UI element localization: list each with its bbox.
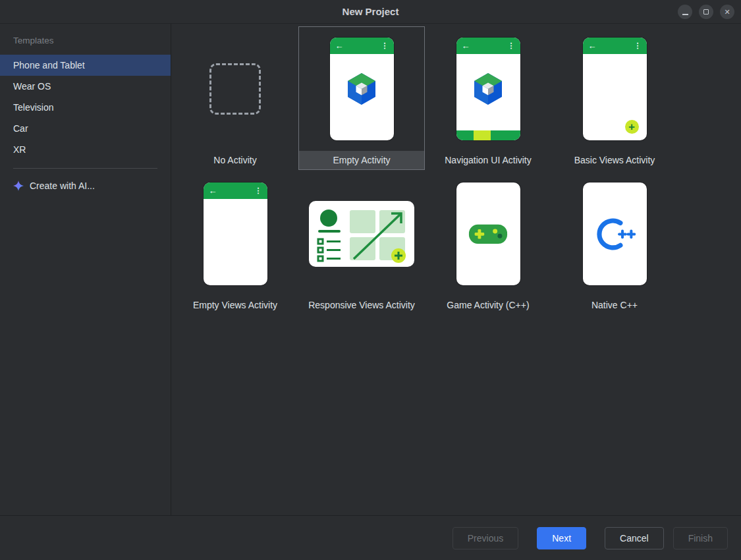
template-card-game-activity-cpp[interactable]: Game Activity (C++) — [425, 171, 551, 315]
sidebar-item-label: Phone and Tablet — [13, 60, 85, 70]
responsive-layout-icon — [309, 201, 414, 267]
overflow-menu-icon: ⋮ — [508, 42, 515, 49]
overflow-menu-icon: ⋮ — [634, 42, 642, 49]
sidebar-header: Templates — [0, 36, 171, 45]
overflow-menu-icon: ⋮ — [381, 42, 389, 49]
cancel-button[interactable]: Cancel — [605, 527, 664, 549]
sidebar-item-label: Wear OS — [13, 81, 51, 92]
bottom-nav-active-tab — [474, 130, 491, 140]
maximize-icon — [703, 9, 709, 14]
cpp-logo-icon — [593, 215, 636, 253]
template-label: Game Activity (C++) — [425, 296, 551, 314]
template-label: No Activity — [173, 151, 298, 169]
sidebar-item-car[interactable]: Car — [0, 118, 171, 139]
template-grid: No Activity ←⋮ — [172, 26, 741, 315]
no-activity-icon — [209, 63, 261, 115]
back-arrow-icon: ← — [588, 42, 597, 50]
window-title: New Project — [343, 6, 399, 17]
template-label: Empty Activity — [299, 151, 424, 169]
minimize-icon — [682, 14, 688, 15]
sidebar-item-phone-and-tablet[interactable]: Phone and Tablet — [0, 55, 171, 76]
back-arrow-icon: ← — [209, 186, 217, 195]
finish-button[interactable]: Finish — [673, 527, 728, 549]
app-bar: ←⋮ — [330, 38, 394, 54]
new-project-dialog: New Project ✕ Templates Phone and Tablet… — [0, 0, 741, 560]
jetpack-compose-logo-icon — [470, 70, 507, 107]
close-button[interactable]: ✕ — [720, 5, 734, 19]
sidebar-item-label: Car — [13, 123, 28, 134]
phone-mockup: ←⋮ — [456, 38, 520, 140]
template-card-basic-views-activity[interactable]: ←⋮ + Basic Views Activity — [551, 26, 678, 170]
sidebar-item-television[interactable]: Television — [0, 97, 171, 118]
phone-mockup: ←⋮ — [204, 182, 267, 285]
templates-sidebar: Templates Phone and Tablet Wear OS Telev… — [0, 24, 171, 515]
template-card-responsive-views-activity[interactable]: Responsive Views Activity — [298, 171, 425, 315]
template-label: Empty Views Activity — [173, 296, 298, 314]
create-with-ai-label: Create with AI... — [30, 181, 95, 191]
previous-button[interactable]: Previous — [453, 527, 518, 549]
dialog-content: Templates Phone and Tablet Wear OS Telev… — [0, 24, 741, 515]
sidebar-item-xr[interactable]: XR — [0, 139, 171, 160]
phone-mockup — [583, 182, 647, 285]
gamepad-icon — [468, 221, 508, 248]
template-card-empty-views-activity[interactable]: ←⋮ Empty Views Activity — [172, 171, 298, 315]
fab-plus-icon: + — [625, 120, 639, 134]
sidebar-item-wear-os[interactable]: Wear OS — [0, 76, 171, 97]
sidebar-divider — [13, 168, 157, 169]
create-with-ai-item[interactable]: Create with AI... — [0, 175, 171, 196]
phone-mockup: ←⋮ + — [583, 38, 647, 140]
app-bar: ←⋮ — [204, 182, 267, 199]
next-button[interactable]: Next — [537, 527, 586, 549]
template-card-navigation-ui-activity[interactable]: ←⋮ Navigation UI Ac — [425, 26, 551, 170]
minimize-button[interactable] — [678, 5, 692, 19]
ai-sparkle-icon — [13, 181, 24, 191]
template-card-empty-activity[interactable]: ←⋮ Empty Activity — [298, 26, 425, 170]
template-label: Responsive Views Activity — [299, 296, 424, 314]
template-label: Navigation UI Activity — [425, 151, 551, 169]
bottom-nav-bar — [456, 130, 520, 140]
back-arrow-icon: ← — [335, 42, 344, 50]
app-bar: ←⋮ — [456, 38, 520, 54]
back-arrow-icon: ← — [462, 42, 470, 50]
template-card-native-cpp[interactable]: Native C++ — [551, 171, 678, 315]
template-label: Basic Views Activity — [552, 151, 677, 169]
sidebar-item-label: XR — [13, 144, 26, 155]
close-icon: ✕ — [724, 9, 730, 16]
template-label: Native C++ — [552, 296, 677, 314]
phone-mockup — [456, 182, 520, 285]
overflow-menu-icon: ⋮ — [255, 187, 262, 194]
phone-mockup: ←⋮ — [330, 38, 394, 140]
window-controls: ✕ — [678, 5, 734, 19]
template-card-no-activity[interactable]: No Activity — [172, 26, 298, 170]
template-gallery: No Activity ←⋮ — [171, 24, 741, 515]
jetpack-compose-logo-icon — [343, 70, 380, 107]
maximize-button[interactable] — [699, 5, 713, 19]
sidebar-item-label: Television — [13, 102, 53, 113]
titlebar: New Project ✕ — [0, 0, 741, 24]
dialog-footer: Previous Next Cancel Finish — [0, 515, 741, 560]
app-bar: ←⋮ — [583, 38, 647, 54]
